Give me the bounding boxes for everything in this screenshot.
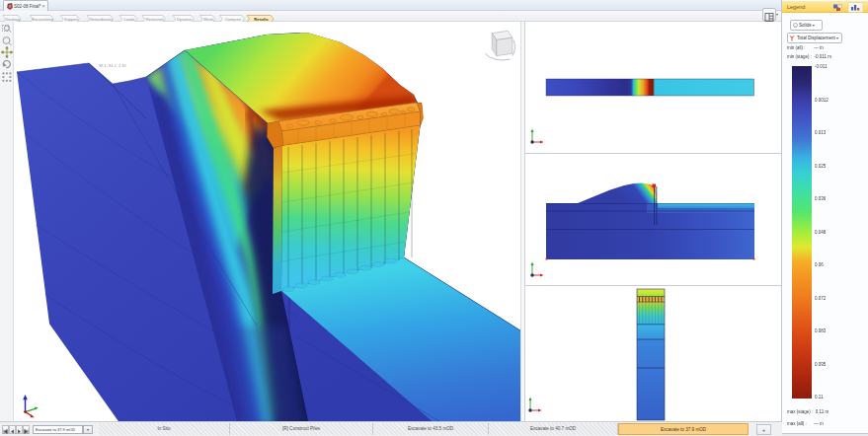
svg-text:38.1, 94.2, 2.35: 38.1, 94.2, 2.35 <box>99 63 127 68</box>
